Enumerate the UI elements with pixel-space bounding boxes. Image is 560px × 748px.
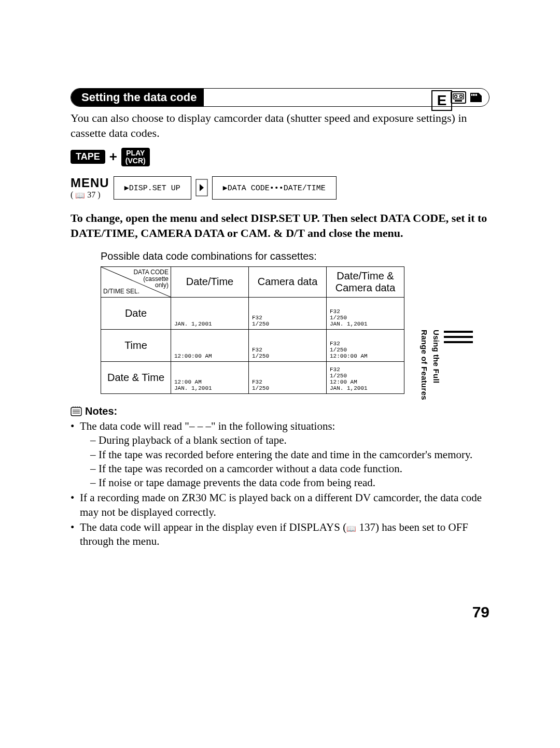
- tape-pill: TAPE: [71, 150, 105, 164]
- menu-step-1: ▶DISP.SET UP: [114, 176, 191, 200]
- table-corner: DATA CODE(cassetteonly) D/TIME SEL.: [101, 266, 171, 297]
- plus-symbol: +: [109, 149, 117, 165]
- cell-1-1: F321/250: [249, 329, 327, 361]
- intro-text: You can also choose to display camcorder…: [71, 111, 489, 140]
- notes-label: Notes:: [85, 405, 117, 417]
- row-head-2: Date & Time: [101, 361, 171, 393]
- note-item: If a recording made on ZR30 MC is played…: [71, 491, 489, 519]
- table-row: Date & Time 12:00 AMJAN. 1,2001 F321/250…: [101, 361, 404, 393]
- svg-marker-10: [200, 184, 204, 191]
- col-head-0: Date/Time: [171, 266, 249, 297]
- cell-1-2: F321/25012:00:00 AM: [327, 329, 404, 361]
- notes-heading: Notes:: [71, 405, 489, 417]
- menu-path-row: MENU ( 📖 37 ) ▶DISP.SET UP ▶DATA CODE•••…: [71, 176, 489, 200]
- svg-rect-7: [474, 94, 475, 96]
- menu-page-ref: ( 📖 37 ): [71, 190, 109, 200]
- cassette-icon: [451, 91, 466, 104]
- note-subitem: During playback of a blank section of ta…: [90, 433, 489, 447]
- page-number: 79: [472, 603, 489, 621]
- note-subitem: If the tape was recorded before entering…: [90, 448, 489, 462]
- notes-list: The data code will read "– – –" in the f…: [71, 419, 489, 549]
- row-head-1: Time: [101, 329, 171, 361]
- row-head-0: Date: [101, 297, 171, 329]
- data-code-table: DATA CODE(cassetteonly) D/TIME SEL. Date…: [101, 266, 404, 394]
- svg-point-3: [460, 95, 463, 98]
- corner-top: DATA CODE(cassetteonly): [133, 269, 169, 289]
- section-title: Setting the data code: [71, 88, 204, 107]
- menu-label: MENU: [71, 176, 109, 190]
- svg-rect-6: [473, 94, 474, 96]
- table-row: Date JAN. 1,2001 F321/250 F321/250JAN. 1…: [101, 297, 404, 329]
- note-item: The data code will read "– – –" in the f…: [71, 419, 489, 490]
- instruction-text: To change, open the menu and select DISP…: [71, 210, 489, 241]
- mode-icons: [451, 91, 489, 104]
- cell-0-0: JAN. 1,2001: [171, 297, 249, 329]
- language-badge: E: [431, 90, 452, 111]
- note-item: The data code will appear in the display…: [71, 520, 489, 549]
- svg-rect-5: [471, 94, 472, 96]
- side-tab-line-2: Range of Features: [420, 330, 429, 400]
- side-tab-bars: [444, 330, 473, 400]
- cell-0-2: F321/250JAN. 1,2001: [327, 297, 404, 329]
- corner-bottom: D/TIME SEL.: [103, 288, 139, 295]
- arrow-icon: [195, 179, 208, 196]
- cell-2-1: F321/250: [249, 361, 327, 393]
- col-head-1: Camera data: [249, 266, 327, 297]
- svg-point-2: [455, 95, 457, 98]
- note-subitem: If noise or tape damage prevents the dat…: [90, 476, 489, 490]
- side-tab-line-1: Using the Full: [432, 330, 441, 400]
- cell-2-2: F321/25012:00 AMJAN. 1,2001: [327, 361, 404, 393]
- table-caption: Possible data code combinations for cass…: [101, 250, 489, 262]
- svg-rect-8: [476, 94, 477, 96]
- menu-step-2: ▶DATA CODE•••DATE/TIME: [212, 176, 337, 200]
- svg-rect-4: [455, 100, 462, 102]
- table-row: Time 12:00:00 AM F321/250 F321/25012:00:…: [101, 329, 404, 361]
- section-heading: Setting the data code: [71, 88, 489, 107]
- side-tab: Range of Features Using the Full: [420, 330, 473, 400]
- cell-1-0: 12:00:00 AM: [171, 329, 249, 361]
- note-subitem: If the tape was recorded on a camcorder …: [90, 462, 489, 476]
- col-head-2: Date/Time &Camera data: [327, 266, 404, 297]
- cell-2-0: 12:00 AMJAN. 1,2001: [171, 361, 249, 393]
- notebook-icon: [71, 406, 82, 416]
- menu-label-column: MENU ( 📖 37 ): [71, 176, 109, 200]
- cell-0-1: F321/250: [249, 297, 327, 329]
- mode-row: TAPE + PLAY(VCR): [71, 148, 489, 166]
- play-vcr-pill: PLAY(VCR): [121, 148, 150, 166]
- memory-card-icon: [468, 91, 484, 104]
